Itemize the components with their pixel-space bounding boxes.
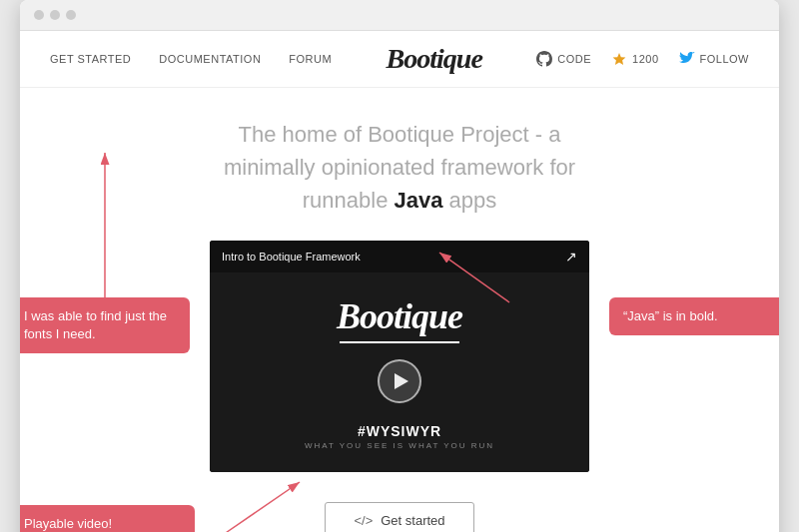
stars-count: 1200 <box>632 53 658 65</box>
content-wrapper: The home of Bootique Project - a minimal… <box>20 88 779 532</box>
video-brand-underline <box>340 341 459 343</box>
nav-link-get-started[interactable]: GET STARTED <box>50 53 131 65</box>
hero-text: The home of Bootique Project - a minimal… <box>210 118 589 217</box>
cta-button-label: Get started <box>381 513 444 528</box>
svg-marker-0 <box>613 53 626 65</box>
nav-follow-link[interactable]: FOLLOW <box>679 51 749 67</box>
browser-content: GET STARTED DOCUMENTATION FORUM Bootique… <box>20 31 779 532</box>
browser-dot-red <box>34 10 44 20</box>
twitter-icon <box>679 51 695 67</box>
video-body[interactable]: Bootique #WYSIWYR WHAT YOU SEE IS WHAT Y… <box>210 272 589 472</box>
nav-link-forum[interactable]: FORUM <box>289 53 332 65</box>
hero-section: The home of Bootique Project - a minimal… <box>20 88 779 482</box>
github-icon <box>536 51 552 67</box>
hero-text-after: apps <box>442 188 496 213</box>
annotation-fonts: I was able to find just the fonts I need… <box>20 297 190 353</box>
video-player[interactable]: Intro to Bootique Framework ↗ Bootique #… <box>210 241 589 472</box>
nav-stars-link[interactable]: 1200 <box>611 51 658 67</box>
follow-label: FOLLOW <box>700 53 749 65</box>
video-brand-logo: Bootique <box>337 295 462 337</box>
nav-right: CODE 1200 FOLLOW <box>536 51 749 67</box>
star-icon <box>611 51 627 67</box>
get-started-button[interactable]: </> Get started <box>325 502 473 532</box>
browser-dot-yellow <box>50 10 60 20</box>
code-label: CODE <box>557 53 591 65</box>
browser-window: GET STARTED DOCUMENTATION FORUM Bootique… <box>20 0 779 532</box>
main-nav: GET STARTED DOCUMENTATION FORUM Bootique… <box>20 31 779 88</box>
browser-dots <box>34 10 76 20</box>
video-header: Intro to Bootique Framework ↗ <box>210 241 589 272</box>
nav-code-link[interactable]: CODE <box>536 51 591 67</box>
video-subtitle: WHAT YOU SEE IS WHAT YOU RUN <box>305 441 494 450</box>
browser-dot-green <box>66 10 76 20</box>
nav-logo[interactable]: Bootique <box>387 43 482 75</box>
annotation-video: Playable video! <box>20 505 195 532</box>
annotation-java: “Java” is in bold. <box>609 297 779 335</box>
video-play-button[interactable] <box>378 359 421 403</box>
video-hashtag: #WYSIWYR <box>358 423 441 439</box>
share-icon[interactable]: ↗ <box>565 249 577 265</box>
browser-titlebar <box>20 0 779 31</box>
nav-left: GET STARTED DOCUMENTATION FORUM <box>50 53 332 65</box>
hero-bold-java: Java <box>394 188 442 213</box>
video-title: Intro to Bootique Framework <box>222 251 361 263</box>
nav-link-documentation[interactable]: DOCUMENTATION <box>159 53 261 65</box>
code-bracket-icon: </> <box>354 513 373 528</box>
